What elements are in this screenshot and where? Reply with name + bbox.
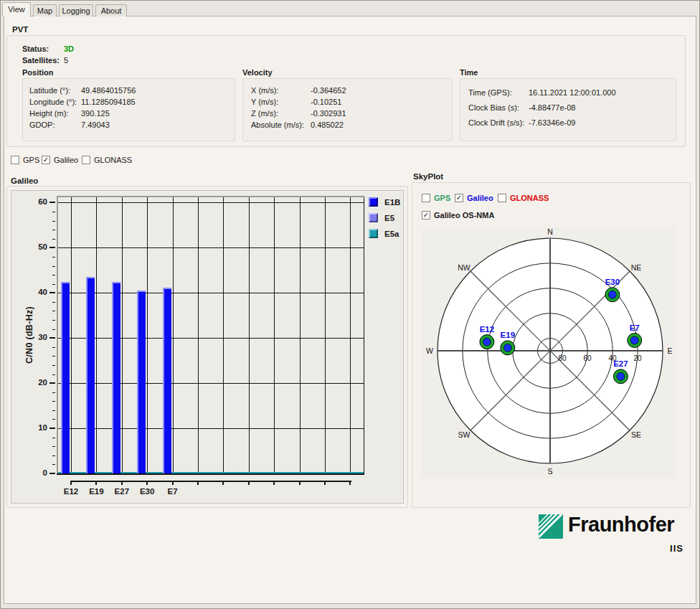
legend-label-E5a: E5a bbox=[384, 230, 399, 238]
field-value: 11.1285094185 bbox=[81, 98, 136, 109]
pvt-group-title: PVT bbox=[12, 25, 28, 34]
plot-bevel bbox=[57, 196, 364, 197]
y-axis-tick bbox=[49, 202, 55, 203]
elevation-label-60: 60 bbox=[583, 354, 592, 362]
compass-label-S: S bbox=[547, 467, 552, 476]
x-tick-label-E7: E7 bbox=[161, 487, 185, 496]
fraunhofer-iis-text: IIS bbox=[612, 543, 684, 554]
satellite-E7-label: E7 bbox=[630, 324, 640, 332]
field-label: Height (m): bbox=[29, 109, 81, 121]
field-label: X (m/s): bbox=[251, 86, 311, 98]
x-axis-tick bbox=[121, 481, 123, 485]
field-value: 390.125 bbox=[81, 109, 110, 121]
fraunhofer-logo-icon bbox=[539, 514, 563, 539]
field-value: 7.49043 bbox=[81, 121, 110, 132]
status-value: 3D bbox=[64, 44, 74, 53]
x-axis-tick bbox=[172, 481, 174, 485]
velocity-title: Velocity bbox=[242, 68, 273, 77]
field-label: Absolute (m/s): bbox=[251, 121, 311, 132]
field-label: Latitude (°): bbox=[29, 86, 81, 98]
skyplot-galileo-checkbox[interactable]: ✓ Galileo bbox=[455, 194, 493, 202]
legend-label-E5: E5 bbox=[384, 214, 394, 222]
field-row: Time (GPS):16.11.2021 12:00:01.000 bbox=[468, 88, 616, 103]
checkbox-box bbox=[422, 194, 430, 202]
field-value: -0.364652 bbox=[311, 86, 346, 98]
satellite-E12-label: E12 bbox=[480, 325, 494, 334]
compass-label-SE: SE bbox=[631, 430, 641, 439]
x-tick-label-E19: E19 bbox=[84, 487, 108, 496]
x-axis-tick bbox=[146, 481, 148, 485]
zero-value-bars bbox=[58, 472, 364, 473]
y-axis-minor-tick bbox=[52, 401, 55, 402]
y-axis-tick bbox=[49, 382, 55, 384]
y-axis-minor-tick bbox=[52, 302, 55, 303]
checkbox-box bbox=[82, 156, 90, 164]
y-tick-label: 0 bbox=[24, 468, 47, 477]
galileo-osnma-checkbox[interactable]: ✓ Galileo OS-NMA bbox=[422, 211, 494, 219]
field-label: Y (m/s): bbox=[251, 98, 311, 109]
tab-about-label: About bbox=[101, 6, 122, 15]
x-axis-tick bbox=[273, 481, 275, 485]
galileo-filter-checkbox[interactable]: ✓ Galileo bbox=[42, 156, 78, 164]
field-row: Z (m/s):-0.302931 bbox=[251, 109, 346, 121]
skyplot-gps-checkbox[interactable]: GPS bbox=[422, 194, 450, 202]
y-axis-minor-tick bbox=[52, 356, 55, 357]
tab-view[interactable]: View bbox=[2, 2, 31, 16]
y-axis-minor-tick bbox=[52, 410, 55, 411]
x-axis-tick bbox=[299, 481, 301, 485]
satellite-E7-dot bbox=[630, 336, 638, 344]
time-title: Time bbox=[460, 68, 478, 77]
y-axis-tick bbox=[49, 428, 55, 429]
field-value: -7.63346e-09 bbox=[529, 118, 575, 133]
gridline bbox=[198, 197, 199, 473]
bar-E30-E1B bbox=[137, 291, 146, 474]
tab-about[interactable]: About bbox=[95, 4, 127, 16]
gridline bbox=[173, 197, 174, 473]
galileo-group-title: Galileo bbox=[11, 176, 38, 185]
gridline bbox=[58, 383, 364, 384]
checkbox-box: ✓ bbox=[422, 211, 430, 219]
y-axis-minor-tick bbox=[52, 230, 55, 230]
field-label: Time (GPS): bbox=[468, 88, 529, 103]
cn0-bar-chart: 0102030405060E12E19E27E30E7C/N0 (dB-Hz)E… bbox=[11, 190, 404, 504]
gridline bbox=[58, 293, 364, 293]
y-axis-tick bbox=[49, 473, 55, 474]
field-label: Clock Drift (s/s): bbox=[468, 118, 529, 133]
gridline bbox=[58, 338, 364, 339]
field-label: GDOP: bbox=[29, 121, 81, 132]
glonass-filter-checkbox[interactable]: GLONASS bbox=[82, 156, 132, 164]
skyplot-glonass-checkbox[interactable]: GLONASS bbox=[498, 194, 549, 202]
tab-map-label: Map bbox=[37, 6, 52, 15]
gridline bbox=[274, 197, 275, 473]
tab-logging-label: Logging bbox=[62, 6, 90, 15]
y-axis-minor-tick bbox=[52, 347, 55, 348]
compass-label-N: N bbox=[547, 227, 553, 236]
y-axis-minor-tick bbox=[52, 374, 55, 375]
elevation-label-80: 80 bbox=[558, 354, 567, 362]
satellite-E27-dot bbox=[617, 372, 625, 380]
y-axis-minor-tick bbox=[52, 212, 55, 212]
gridline bbox=[249, 197, 250, 473]
y-axis-tick bbox=[49, 292, 55, 293]
y-axis-minor-tick bbox=[52, 266, 55, 267]
skyplot-glonass-label: GLONASS bbox=[510, 194, 549, 202]
y-axis-tick bbox=[49, 337, 55, 339]
skyplot-galileo-label: Galileo bbox=[467, 194, 493, 202]
plot-area bbox=[57, 196, 364, 475]
y-axis-minor-tick bbox=[52, 438, 55, 438]
galileo-filter-label: Galileo bbox=[54, 156, 78, 164]
fraunhofer-logo-text: Fraunhofer bbox=[568, 513, 684, 537]
field-row: Clock Drift (s/s):-7.63346e-09 bbox=[468, 118, 616, 133]
glonass-filter-label: GLONASS bbox=[94, 156, 132, 164]
tab-logging[interactable]: Logging bbox=[59, 4, 93, 16]
y-axis-minor-tick bbox=[52, 419, 55, 420]
skyplot-gps-label: GPS bbox=[434, 194, 450, 202]
field-value: 16.11.2021 12:00:01.000 bbox=[529, 88, 616, 103]
y-tick-label: 10 bbox=[24, 423, 47, 432]
gps-filter-checkbox[interactable]: GPS bbox=[11, 156, 39, 164]
tab-view-label: View bbox=[8, 5, 25, 14]
field-row: GDOP:7.49043 bbox=[29, 121, 136, 132]
y-axis-minor-tick bbox=[52, 311, 55, 311]
gridline bbox=[223, 197, 224, 473]
tab-map[interactable]: Map bbox=[33, 4, 57, 16]
